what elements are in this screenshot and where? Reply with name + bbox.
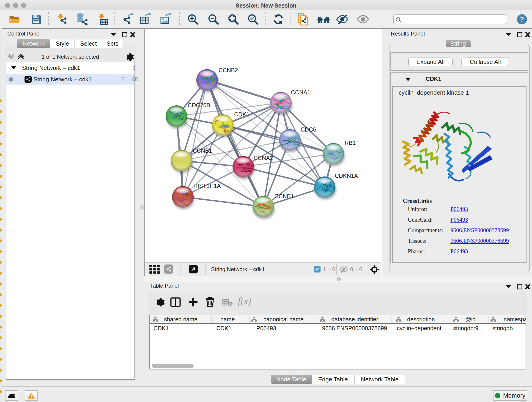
svg-text:CCNE1: CCNE1 [274,193,294,199]
svg-text:CDK1: CDK1 [234,111,249,118]
svg-text:CDC6: CDC6 [301,126,316,133]
svg-text:RB1: RB1 [345,140,356,146]
svg-text:CCNA1: CCNA1 [291,89,310,96]
svg-text:CDKN1A: CDKN1A [335,172,358,179]
svg-text:CCNB1: CCNB1 [193,147,212,154]
svg-text:CCNA2: CCNA2 [254,155,273,161]
svg-text:CCNB2: CCNB2 [219,67,238,73]
svg-text:CDC25B: CDC25B [188,102,210,108]
svg-text:HIST1H1A: HIST1H1A [193,183,221,189]
svg-text:?: ? [520,15,524,23]
